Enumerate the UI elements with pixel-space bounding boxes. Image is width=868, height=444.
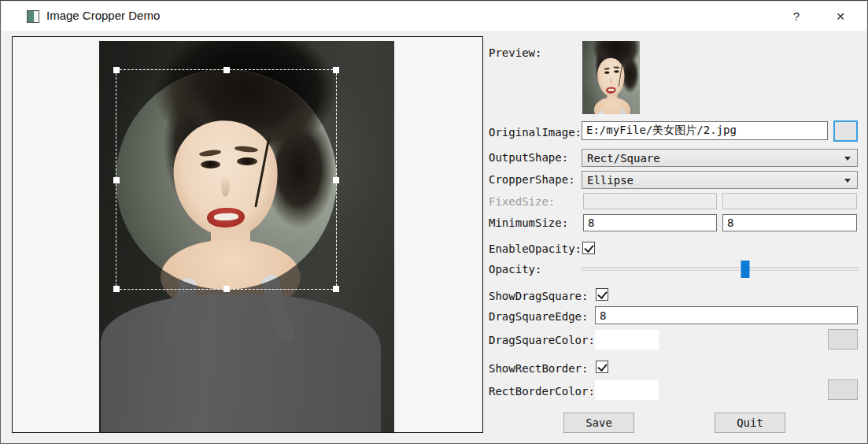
drag-square-edge-label: DragSquareEdge: <box>489 310 588 323</box>
show-drag-square-label: ShowDragSquare: <box>489 290 588 302</box>
quit-button[interactable]: Quit <box>715 413 785 433</box>
original-image-input[interactable] <box>582 121 828 140</box>
chevron-down-icon <box>844 157 851 161</box>
app-window: Image Cropper Demo ? ✕ <box>0 0 868 444</box>
drag-square-color-swatch <box>595 330 659 350</box>
help-icon: ? <box>793 9 800 23</box>
drag-handle-w[interactable] <box>113 177 120 183</box>
drag-handle-se[interactable] <box>333 286 339 292</box>
opacity-label: Opacity: <box>489 263 541 276</box>
rect-border-color-swatch <box>595 380 659 400</box>
output-shape-select[interactable]: Rect/Square <box>582 149 858 167</box>
save-button[interactable]: Save <box>563 413 634 433</box>
minimum-size-width-input[interactable] <box>583 214 717 231</box>
drag-square-color-label: DragSquareColor: <box>489 334 595 346</box>
drag-handle-n[interactable] <box>223 67 230 73</box>
fixed-size-width-input <box>583 193 717 209</box>
rect-border-color-button[interactable] <box>828 379 858 400</box>
close-button[interactable]: ✕ <box>822 2 859 31</box>
show-drag-square-checkbox[interactable] <box>596 288 608 301</box>
drag-handle-nw[interactable] <box>113 67 120 73</box>
preview-thumbnail <box>582 41 640 114</box>
cropper-shape-select[interactable]: Ellipse <box>582 171 858 189</box>
browse-button[interactable] <box>833 120 858 142</box>
output-shape-value: Rect/Square <box>587 152 660 165</box>
app-icon <box>27 10 39 23</box>
help-button[interactable]: ? <box>778 2 814 31</box>
show-rect-border-label: ShowRectBorder: <box>489 362 588 375</box>
preview-image <box>582 41 640 114</box>
enable-opacity-checkbox[interactable] <box>582 242 595 254</box>
cropper-canvas <box>12 36 483 433</box>
rect-border-color-label: RectBorderColor: <box>489 385 595 398</box>
titlebar: Image Cropper Demo ? ✕ <box>2 2 866 31</box>
close-icon: ✕ <box>836 10 845 23</box>
fixed-size-height-input <box>722 193 857 209</box>
minimum-size-label: MinimumSize: <box>489 216 568 229</box>
fixed-size-label: FixedSize: <box>489 195 555 208</box>
output-shape-label: OutputShape: <box>489 151 568 164</box>
drag-square-edge-input[interactable] <box>595 306 858 324</box>
drag-handle-sw[interactable] <box>113 286 120 292</box>
chevron-down-icon <box>844 179 851 183</box>
minimum-size-height-input[interactable] <box>722 214 857 231</box>
show-rect-border-checkbox[interactable] <box>596 361 608 373</box>
enable-opacity-label: EnableOpacity: <box>489 242 582 255</box>
original-image-label: OriginalImage: <box>489 126 582 139</box>
drag-handle-e[interactable] <box>333 177 339 183</box>
opacity-slider[interactable] <box>582 267 859 271</box>
cropper-shape-value: Ellipse <box>587 174 633 187</box>
drag-square-color-button[interactable] <box>828 329 858 350</box>
drag-handle-s[interactable] <box>223 286 230 292</box>
cropper-shape-label: CropperShape: <box>489 173 575 186</box>
window-title: Image Cropper Demo <box>46 9 160 22</box>
drag-handle-ne[interactable] <box>333 67 339 73</box>
crop-rect-border[interactable] <box>116 69 337 290</box>
preview-label: Preview: <box>489 46 541 59</box>
opacity-slider-handle[interactable] <box>741 261 749 278</box>
